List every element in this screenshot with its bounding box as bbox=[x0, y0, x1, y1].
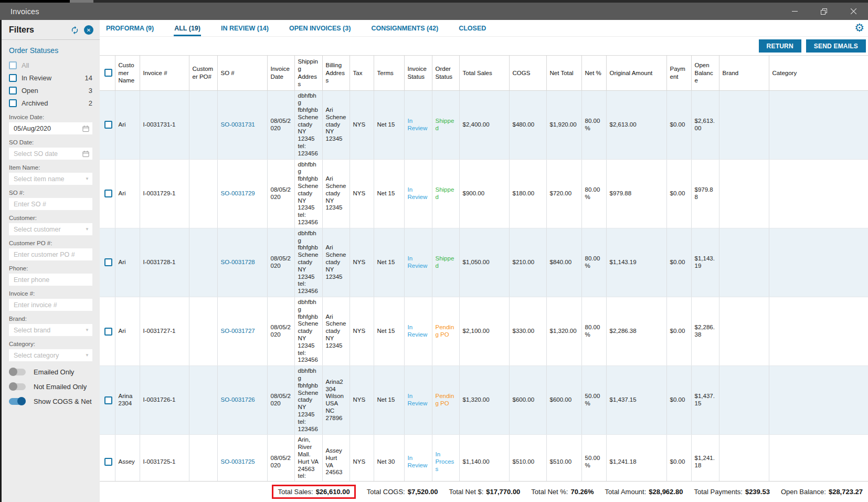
row-checkbox[interactable] bbox=[104, 328, 112, 336]
total-value: $26,610.00 bbox=[316, 488, 350, 496]
so-number-link[interactable]: SO-0031725 bbox=[221, 458, 255, 465]
row-checkbox[interactable] bbox=[104, 258, 112, 266]
cell-net-total: $1,920.00 bbox=[546, 90, 581, 159]
refresh-filters-icon[interactable] bbox=[70, 26, 79, 35]
toggle-label: Not Emailed Only bbox=[34, 383, 87, 391]
checkbox[interactable] bbox=[9, 87, 17, 95]
status-label: Archived bbox=[22, 99, 48, 107]
total-total-payments: Total Payments:$239.53 bbox=[694, 488, 770, 496]
select-all-checkbox[interactable] bbox=[104, 69, 112, 77]
so-number-link[interactable]: SO-0031726 bbox=[221, 396, 255, 403]
category-label: Category: bbox=[9, 341, 92, 347]
row-checkbox[interactable] bbox=[104, 121, 112, 129]
toggle-switch[interactable] bbox=[9, 398, 26, 405]
row-checkbox[interactable] bbox=[104, 396, 112, 404]
cell-net-total: $1,320.00 bbox=[546, 297, 581, 366]
return-button[interactable]: RETURN bbox=[759, 39, 801, 53]
col-header-customer-po: Customer PO# bbox=[189, 56, 217, 91]
brand-select[interactable] bbox=[9, 324, 92, 336]
status-label: All bbox=[22, 61, 29, 69]
cell-open-balance: $1,437.15 bbox=[691, 366, 719, 435]
status-count: 2 bbox=[89, 99, 92, 107]
tab-open-invoices-3[interactable]: OPEN INVOICES (3) bbox=[289, 20, 351, 36]
invoice-date-input[interactable] bbox=[9, 122, 92, 134]
cell-invoice-status: In Review bbox=[404, 297, 432, 366]
total-label: Total COGS: bbox=[367, 488, 405, 496]
filters-title: Filters bbox=[9, 25, 34, 35]
col-header-original-amount: Original Amount bbox=[606, 56, 666, 91]
total-open-balance: Open Balance:$28,723.27 bbox=[781, 488, 863, 496]
tab-consignments-42[interactable]: CONSIGNMENTS (42) bbox=[371, 20, 439, 36]
col-header-terms: Terms bbox=[374, 56, 404, 91]
cell-customer-name: Ari bbox=[115, 297, 140, 366]
cell-invoice-date: 08/05/2020 bbox=[267, 297, 294, 366]
cell-total-sales: $2,100.00 bbox=[459, 297, 509, 366]
toggle-switch[interactable] bbox=[9, 383, 26, 390]
cell-category bbox=[769, 297, 868, 366]
total-total-net: Total Net $:$17,770.00 bbox=[449, 488, 521, 496]
tab-proforma-9[interactable]: PROFORMA (9) bbox=[105, 20, 154, 36]
table-row: AriI-0031728-1SO-003172808/05/2020dbhfbh… bbox=[100, 228, 868, 297]
cell-invoice-number: I-0031728-1 bbox=[140, 228, 189, 297]
gear-icon[interactable]: ⚙ bbox=[854, 23, 864, 34]
so-number-link[interactable]: SO-0031731 bbox=[221, 121, 255, 128]
cell-terms: Net 15 bbox=[374, 159, 404, 228]
so-number-link[interactable]: SO-0031728 bbox=[221, 259, 255, 265]
cell-category bbox=[769, 366, 868, 435]
cell-net-total: $840.00 bbox=[546, 228, 581, 297]
tab-closed[interactable]: CLOSED bbox=[458, 20, 486, 36]
row-checkbox[interactable] bbox=[104, 190, 112, 197]
item-name-select[interactable] bbox=[9, 173, 92, 185]
customer-select[interactable] bbox=[9, 223, 92, 235]
restore-button[interactable] bbox=[809, 3, 839, 20]
calendar-icon[interactable] bbox=[82, 150, 89, 157]
cell-billing-address: Ari Schenectady NY 12345 bbox=[322, 297, 350, 366]
cell-invoice-date: 08/05/2020 bbox=[267, 159, 294, 228]
cell-shipping-address: dbhfbhg fbhfghb Schenectady NY 12345 tel… bbox=[294, 228, 322, 297]
cell-invoice-status: In Review bbox=[404, 159, 432, 228]
so-number-label: SO #: bbox=[9, 190, 92, 196]
cell-original-amount: $2,286.38 bbox=[606, 297, 666, 366]
cell-payment: $0.00 bbox=[666, 366, 691, 435]
close-filters-icon[interactable]: ✕ bbox=[84, 25, 93, 35]
cell-brand bbox=[719, 297, 769, 366]
cell-invoice-status: In Review bbox=[404, 435, 432, 481]
tab-all-19[interactable]: ALL (19) bbox=[174, 20, 201, 36]
col-header-select bbox=[100, 56, 115, 91]
order-status-list: AllIn Review14Open3Archived2 bbox=[2, 59, 100, 109]
minimize-button[interactable] bbox=[780, 3, 809, 20]
cell-customer-po bbox=[189, 90, 217, 159]
category-select[interactable] bbox=[9, 349, 92, 361]
cell-category bbox=[769, 228, 868, 297]
checkbox[interactable] bbox=[9, 61, 17, 69]
so-number-link[interactable]: SO-0031729 bbox=[221, 190, 255, 196]
tab-in-review-14[interactable]: IN REVIEW (14) bbox=[220, 20, 269, 36]
toggle-switch[interactable] bbox=[9, 369, 26, 375]
so-number-link[interactable]: SO-0031727 bbox=[221, 328, 255, 334]
cell-customer-po bbox=[189, 297, 217, 366]
window-title: Invoices bbox=[10, 7, 39, 16]
cell-net-total: $600.00 bbox=[546, 366, 581, 435]
col-header-shipping-address: Shipping Address bbox=[294, 56, 322, 91]
phone-input[interactable] bbox=[9, 274, 92, 286]
row-checkbox[interactable] bbox=[104, 458, 112, 466]
cell-customer-name: Assey bbox=[115, 435, 140, 481]
checkbox[interactable] bbox=[9, 99, 17, 107]
cell-total-sales: $1,050.00 bbox=[459, 228, 509, 297]
customer-label: Customer: bbox=[9, 215, 92, 221]
invoice-number-input[interactable] bbox=[9, 299, 92, 311]
order-status-filter-all: All bbox=[9, 59, 92, 71]
so-date-input[interactable] bbox=[9, 148, 92, 160]
calendar-icon[interactable] bbox=[82, 125, 89, 132]
customer-po-input[interactable] bbox=[9, 248, 92, 260]
cell-customer-po bbox=[189, 366, 217, 435]
cell-so-number: SO-0031729 bbox=[217, 159, 267, 228]
total-total-cogs: Total COGS:$7,520.00 bbox=[367, 488, 438, 496]
total-value: $28,962.80 bbox=[649, 488, 683, 496]
so-number-input[interactable] bbox=[9, 198, 92, 210]
send-emails-button[interactable]: SEND EMAILS bbox=[806, 39, 866, 53]
col-header-net-total: Net Total bbox=[546, 56, 581, 91]
totals-footer: Total Sales:$26,610.00Total COGS:$7,520.… bbox=[100, 481, 868, 502]
close-button[interactable] bbox=[839, 3, 868, 20]
checkbox[interactable] bbox=[9, 74, 17, 82]
